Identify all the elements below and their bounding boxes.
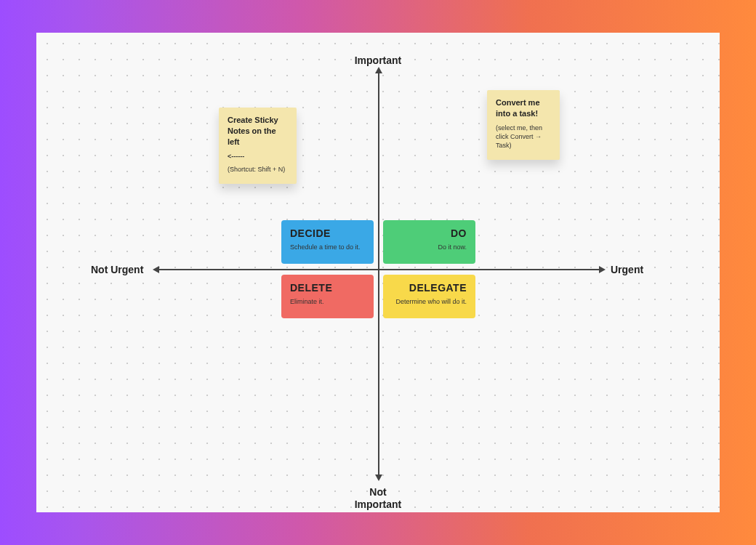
quadrant-delegate[interactable]: DELEGATE Determine who will do it.: [383, 275, 475, 318]
axis-label-right: Urgent: [611, 264, 643, 276]
axis-label-left: Not Urgent: [91, 264, 143, 276]
quadrant-do-subtitle: Do it now.: [392, 243, 467, 251]
sticky-note-right[interactable]: Convert me into a task! (select me, then…: [487, 90, 560, 160]
axis-vertical: [378, 73, 379, 476]
sticky-left-title: Create Sticky Notes on the left: [228, 115, 288, 148]
quadrant-do[interactable]: DO Do it now.: [383, 220, 475, 264]
arrow-right-icon: [599, 266, 606, 273]
sticky-left-arrow: <------: [228, 152, 288, 161]
matrix-canvas[interactable]: Important Not Important Not Urgent Urgen…: [36, 33, 720, 512]
quadrant-delete-title: DELETE: [290, 282, 365, 294]
axis-label-bottom: Not Important: [334, 486, 422, 511]
quadrant-delegate-subtitle: Determine who will do it.: [392, 298, 467, 305]
axis-label-top: Important: [334, 54, 422, 67]
quadrant-delete[interactable]: DELETE Eliminate it.: [281, 275, 374, 318]
arrow-up-icon: [375, 67, 382, 73]
quadrant-delete-subtitle: Eliminate it.: [290, 298, 365, 305]
sticky-note-left[interactable]: Create Sticky Notes on the left <------ …: [219, 108, 297, 184]
quadrant-decide[interactable]: DECIDE Schedule a time to do it.: [281, 220, 374, 264]
sticky-right-detail: (select me, then click Convert → Task): [496, 124, 551, 150]
quadrant-delegate-title: DELEGATE: [392, 282, 467, 294]
sticky-right-title: Convert me into a task!: [496, 97, 551, 119]
arrow-left-icon: [153, 266, 159, 273]
sticky-left-detail: (Shortcut: Shift + N): [228, 165, 288, 174]
quadrant-decide-subtitle: Schedule a time to do it.: [290, 243, 365, 251]
axis-horizontal: [158, 269, 600, 270]
arrow-down-icon: [375, 475, 382, 481]
quadrant-decide-title: DECIDE: [290, 227, 365, 239]
quadrant-do-title: DO: [392, 227, 467, 239]
